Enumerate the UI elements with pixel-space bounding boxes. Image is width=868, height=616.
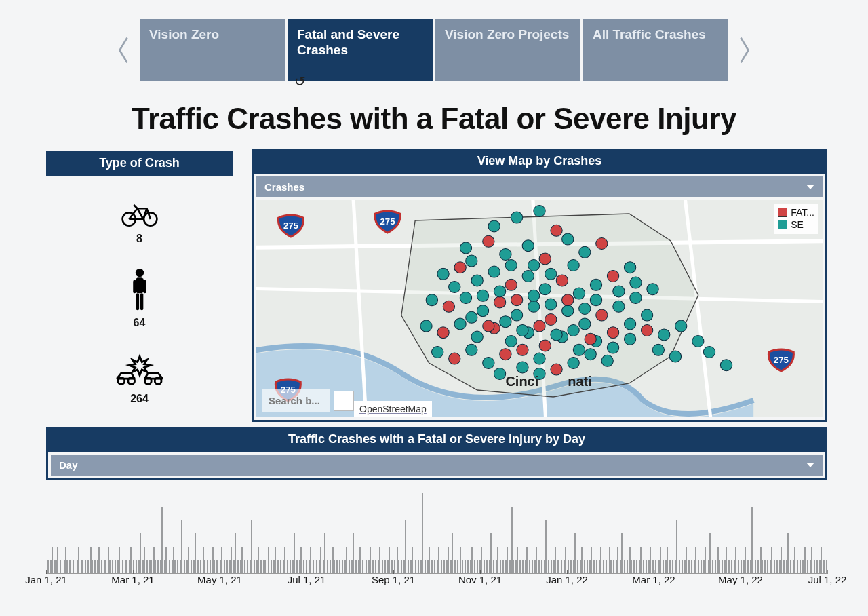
svg-point-55	[647, 284, 658, 295]
svg-point-67	[607, 327, 618, 339]
svg-text:275: 275	[283, 220, 298, 231]
map-search-button[interactable]	[334, 391, 354, 411]
svg-point-115	[517, 344, 528, 355]
map-legend: FAT... SE	[774, 204, 818, 234]
svg-point-106	[613, 286, 625, 297]
vehicle-crash-icon	[115, 352, 165, 390]
svg-point-41	[624, 262, 635, 273]
svg-point-83	[692, 336, 704, 347]
type-count: 64	[134, 317, 146, 329]
svg-point-98	[517, 325, 528, 336]
svg-point-102	[585, 333, 596, 345]
svg-point-58	[454, 318, 466, 330]
map[interactable]: 275 275 275 275 Cinci nati FAT... SE	[256, 200, 823, 417]
tab-vz-projects[interactable]: Vision Zero Projects	[435, 19, 580, 81]
svg-point-104	[466, 255, 477, 267]
svg-point-63	[539, 340, 551, 351]
svg-point-22	[460, 242, 471, 254]
svg-point-46	[494, 296, 505, 308]
svg-point-105	[568, 260, 579, 271]
svg-point-36	[539, 284, 551, 295]
svg-point-77	[551, 364, 562, 375]
map-attribution[interactable]: OpenStreetMap	[354, 401, 432, 417]
refresh-icon[interactable]: ↺	[294, 73, 306, 90]
svg-point-97	[500, 316, 511, 328]
svg-point-59	[471, 331, 483, 343]
chevron-down-icon	[806, 463, 814, 467]
svg-point-79	[585, 349, 596, 360]
svg-point-28	[579, 246, 591, 258]
svg-point-57	[437, 327, 449, 339]
svg-point-26	[539, 253, 551, 265]
svg-point-65	[573, 344, 585, 355]
map-canvas: 275 275 275 275	[256, 200, 823, 417]
page-title: Traffic Crashes with a Fatal or Severe I…	[0, 102, 868, 136]
svg-rect-3	[135, 277, 143, 293]
next-arrow[interactable]	[731, 23, 758, 77]
svg-point-47	[511, 309, 522, 321]
tab-strip: Vision Zero Fatal and Severe Crashes Vis…	[0, 0, 868, 81]
svg-point-71	[449, 353, 460, 364]
svg-point-25	[522, 240, 534, 252]
svg-point-80	[601, 355, 613, 366]
legend-label: FAT...	[791, 207, 814, 218]
svg-point-53	[613, 301, 625, 312]
svg-point-49	[545, 314, 557, 326]
svg-point-110	[505, 260, 517, 271]
svg-point-38	[573, 288, 585, 299]
svg-point-111	[590, 294, 601, 306]
type-bike[interactable]: 8	[121, 201, 159, 245]
svg-point-84	[669, 351, 681, 362]
tab-label: Vision Zero	[149, 27, 219, 43]
svg-point-27	[562, 233, 574, 245]
map-panel: View Map by Crashes Crashes 275	[252, 151, 827, 422]
svg-point-81	[658, 329, 670, 341]
svg-point-43	[443, 301, 454, 312]
type-vehicle[interactable]: 264	[115, 352, 165, 405]
svg-point-95	[466, 311, 477, 323]
type-count: 264	[130, 393, 149, 405]
svg-text:275: 275	[774, 355, 789, 365]
map-header: View Map by Crashes	[252, 149, 827, 174]
tab-label: Fatal and Severe Crashes	[297, 27, 423, 58]
svg-point-88	[477, 290, 488, 301]
svg-point-117	[494, 368, 505, 380]
svg-point-89	[494, 286, 505, 297]
svg-point-74	[500, 349, 511, 360]
timeline-chart[interactable]: Jan 1, 21Mar 1, 21May 1, 21Jul 1, 21Sep …	[46, 493, 827, 592]
svg-point-33	[488, 266, 500, 277]
tab-label: All Traffic Crashes	[593, 27, 706, 43]
svg-point-31	[454, 262, 466, 273]
svg-point-21	[551, 225, 562, 236]
svg-point-75	[517, 362, 528, 373]
svg-point-94	[579, 303, 591, 315]
svg-point-93	[562, 294, 574, 306]
type-pedestrian[interactable]: 64	[126, 268, 153, 329]
timeline-dropdown[interactable]: Day	[51, 455, 823, 476]
svg-text:275: 275	[380, 216, 395, 227]
svg-point-99	[534, 320, 545, 332]
svg-point-39	[590, 279, 601, 290]
tab-all-crashes[interactable]: All Traffic Crashes	[583, 19, 728, 81]
dropdown-label: Day	[59, 459, 78, 471]
svg-rect-5	[143, 280, 146, 294]
legend-swatch-severe	[778, 220, 787, 229]
svg-point-86	[703, 347, 715, 358]
legend-label: SE	[791, 219, 804, 230]
tab-fatal-severe[interactable]: Fatal and Severe Crashes	[288, 19, 433, 81]
svg-point-112	[607, 342, 618, 353]
tab-vision-zero[interactable]: Vision Zero	[140, 19, 285, 81]
legend-swatch-fatal	[778, 208, 787, 217]
prev-arrow[interactable]	[110, 23, 137, 77]
svg-point-73	[483, 358, 494, 369]
svg-point-113	[624, 333, 635, 345]
map-search-input[interactable]: Search b...	[262, 389, 330, 412]
svg-point-91	[528, 290, 539, 301]
svg-point-2	[135, 269, 143, 277]
svg-point-92	[545, 299, 557, 310]
type-header: Type of Crash	[46, 151, 233, 176]
svg-point-114	[641, 325, 652, 336]
svg-rect-7	[140, 293, 142, 310]
svg-point-30	[437, 268, 449, 280]
map-dropdown[interactable]: Crashes	[256, 176, 823, 197]
